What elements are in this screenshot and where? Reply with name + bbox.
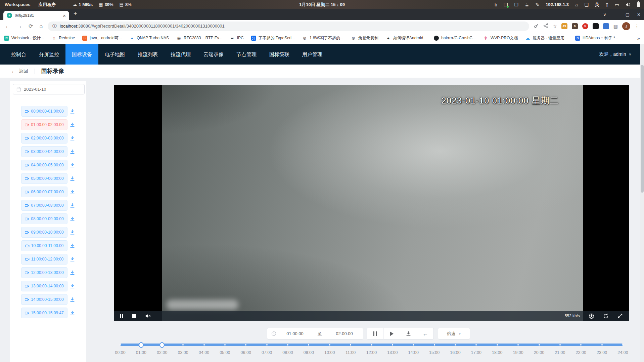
segment-button[interactable]: 01:00:00-02:00:00: [21, 119, 67, 130]
applications-button[interactable]: 应用程序: [38, 2, 56, 8]
segment-download-button[interactable]: [70, 283, 75, 289]
sidebar-icon[interactable]: ▥: [613, 24, 618, 29]
bookmark-item[interactable]: ◉RFC2833 – RTP Ev...: [176, 36, 222, 41]
segment-download-button[interactable]: [70, 297, 75, 303]
workspaces-button[interactable]: Workspaces: [5, 2, 30, 7]
segment-download-button[interactable]: [70, 310, 75, 316]
back-icon[interactable]: ←: [5, 23, 10, 29]
extension-8[interactable]: 8: [572, 23, 578, 29]
segment-button[interactable]: 10:00:00-11:00:00: [21, 240, 67, 251]
bookmark-star-icon[interactable]: ☆: [553, 24, 557, 29]
start-time-input[interactable]: 01:00:00: [276, 331, 314, 336]
scrollbar-thumb[interactable]: [641, 65, 644, 193]
ip-address[interactable]: 192.168.1.3: [546, 2, 569, 7]
segment-button[interactable]: 15:00:00-15:09:47: [21, 308, 67, 318]
step-back-button[interactable]: ←: [417, 328, 434, 339]
nav-tab-推流列表[interactable]: 推流列表: [131, 44, 164, 65]
extension-blue[interactable]: [603, 23, 609, 29]
device-connect-icon[interactable]: ▯: [606, 2, 608, 7]
segment-button[interactable]: 11:00:00-12:00:00: [21, 254, 67, 265]
bookmark-item[interactable]: 知了不起的 TypeScri...: [251, 35, 295, 41]
color-picker-icon[interactable]: ✎: [536, 2, 540, 7]
segment-button[interactable]: 04:00:00-05:00:00: [21, 160, 67, 170]
indicator-b-icon[interactable]: b: [495, 2, 497, 7]
nav-tab-用户管理[interactable]: 用户管理: [296, 44, 329, 65]
clipboard-indicator-icon[interactable]: ❐: [514, 2, 518, 7]
snapshot-icon[interactable]: [589, 313, 594, 319]
segment-download-button[interactable]: [70, 176, 75, 182]
player-pause-button[interactable]: [120, 314, 123, 318]
download-button[interactable]: [400, 328, 417, 339]
end-time-input[interactable]: 02:00:00: [326, 331, 363, 336]
segment-download-button[interactable]: [70, 203, 75, 208]
play-button[interactable]: [383, 328, 400, 339]
nav-tab-拉流代理[interactable]: 拉流代理: [164, 44, 197, 65]
segment-download-button[interactable]: [70, 189, 75, 195]
bookmark-item[interactable]: ●如何编译Android...: [386, 35, 426, 41]
segment-button[interactable]: 09:00:00-10:00:00: [21, 227, 67, 238]
bookmark-item[interactable]: Cjava、android可...: [82, 35, 122, 41]
video-player[interactable]: 2023-01-10 01:00:00 星期二 552 kb/s: [114, 85, 629, 321]
site-info-icon[interactable]: ⓘ: [52, 23, 57, 29]
timeline-track[interactable]: [120, 344, 623, 346]
bookmark-item[interactable]: ⊕免登录复制: [351, 35, 378, 41]
caffeine-indicator-icon[interactable]: ☕: [525, 2, 529, 7]
timeline-handle[interactable]: [139, 342, 144, 348]
fullscreen-icon[interactable]: [617, 313, 623, 319]
nav-tab-国标设备[interactable]: 国标设备: [65, 44, 98, 65]
date-picker-input[interactable]: 2023-01-10: [13, 84, 85, 94]
segment-button[interactable]: 08:00:00-09:00:00: [21, 213, 67, 224]
bookmarks-overflow-icon[interactable]: »: [637, 35, 640, 41]
key-icon[interactable]: [534, 23, 539, 29]
nav-tab-控制台[interactable]: 控制台: [5, 44, 33, 65]
bookmark-item[interactable]: ❋WVP-PRO文档: [483, 35, 518, 41]
home-folder-icon[interactable]: ⌂: [575, 2, 578, 7]
nav-tab-国标级联[interactable]: 国标级联: [263, 44, 296, 65]
menu-kebab-icon[interactable]: ⋮: [635, 24, 639, 29]
nav-tab-节点管理[interactable]: 节点管理: [230, 44, 263, 65]
pause-button[interactable]: [367, 328, 383, 339]
display-icon[interactable]: ▭: [615, 2, 619, 7]
nav-tab-云端录像[interactable]: 云端录像: [197, 44, 230, 65]
timeline-handle[interactable]: [159, 342, 165, 348]
user-menu[interactable]: 欢迎，admin∨: [599, 51, 631, 57]
segment-download-button[interactable]: [70, 270, 75, 276]
forward-icon[interactable]: →: [17, 23, 22, 29]
bookmark-item[interactable]: ☁服务器 - 轻量应用...: [525, 35, 568, 41]
segment-download-button[interactable]: [70, 162, 75, 168]
segment-button[interactable]: 14:00:00-15:00:00: [21, 294, 67, 305]
segment-button[interactable]: 13:00:00-14:00:00: [21, 281, 67, 291]
refresh-icon[interactable]: [603, 313, 609, 319]
segment-download-button[interactable]: [70, 243, 75, 249]
segment-button[interactable]: 07:00:00-08:00:00: [21, 200, 67, 211]
player-mute-icon[interactable]: [145, 314, 151, 318]
segment-button[interactable]: 02:00:00-03:00:00: [21, 133, 67, 144]
bookmark-item[interactable]: ◕QNAP Turbo NAS: [129, 36, 169, 41]
bookmark-item[interactable]: ⊕1.8W字|了不起的...: [302, 35, 343, 41]
extension-red[interactable]: ✕: [582, 23, 588, 29]
time-range-picker[interactable]: 01:00:00 至 02:00:00: [267, 328, 363, 339]
workspaces-indicator-icon[interactable]: ❏: [584, 2, 589, 7]
profile-avatar[interactable]: J: [622, 22, 630, 30]
extension-js[interactable]: JS: [561, 23, 567, 29]
segment-button[interactable]: 12:00:00-13:00:00: [21, 267, 67, 278]
close-window-icon[interactable]: ✕: [637, 12, 641, 17]
app-indicator-icon[interactable]: ❒: [504, 2, 508, 7]
extension-dark[interactable]: [593, 23, 599, 29]
player-stop-button[interactable]: [132, 314, 136, 318]
bookmark-item[interactable]: ∩Redmine: [51, 36, 75, 41]
segment-button[interactable]: 05:00:00-06:00:00: [21, 173, 67, 184]
segment-button[interactable]: 00:00:00-01:00:00: [21, 106, 67, 117]
page-scrollbar[interactable]: [640, 44, 644, 362]
segment-download-button[interactable]: [70, 256, 75, 262]
segment-download-button[interactable]: [70, 135, 75, 141]
input-language[interactable]: 英: [595, 2, 599, 8]
minimize-icon[interactable]: —: [614, 12, 618, 17]
tab-search-icon[interactable]: ∨: [603, 12, 606, 17]
speed-select[interactable]: 倍速 ∨: [438, 328, 470, 339]
home-icon[interactable]: ⌂: [39, 23, 43, 29]
share-icon[interactable]: [543, 23, 548, 29]
segment-download-button[interactable]: [70, 149, 75, 155]
maximize-icon[interactable]: ▢: [626, 12, 630, 17]
url-bar[interactable]: ⓘ localhost:38080/#/gbRecordDetail/34020…: [48, 22, 529, 31]
